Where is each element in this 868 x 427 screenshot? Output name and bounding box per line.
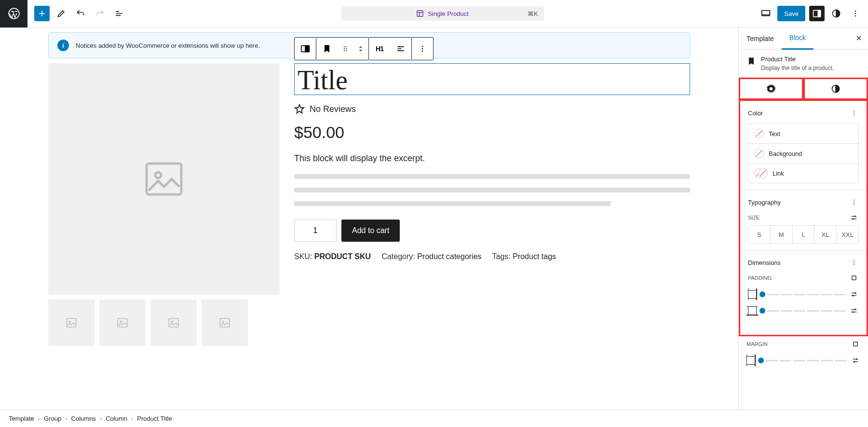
product-thumbnail[interactable]	[99, 300, 146, 346]
margin-slider[interactable]	[746, 356, 860, 365]
command-bar[interactable]: Single Product ⌘K	[341, 6, 544, 21]
breadcrumb-item[interactable]: Product Title	[137, 415, 172, 422]
panel-color-options[interactable]	[849, 108, 859, 118]
no-color-swatch-icon	[754, 149, 764, 158]
svg-point-31	[854, 110, 854, 111]
product-excerpt[interactable]: This block will display the excerpt.	[294, 153, 690, 164]
block-parent-button[interactable]	[295, 38, 316, 60]
view-button[interactable]	[758, 6, 773, 21]
size-m[interactable]: M	[770, 226, 792, 243]
dots-vertical-icon	[850, 109, 858, 117]
color-list: Text Background Link	[748, 124, 859, 183]
product-thumbnail[interactable]	[202, 300, 248, 346]
panel-typography-title: Typography	[748, 199, 781, 206]
svg-rect-9	[147, 164, 181, 194]
tab-template[interactable]: Template	[739, 28, 782, 50]
size-l[interactable]: L	[792, 226, 814, 243]
padding-custom-button[interactable]	[849, 306, 859, 316]
move-up-down-button[interactable]	[353, 38, 368, 60]
product-title-block[interactable]: Title	[294, 63, 690, 95]
breadcrumb-item[interactable]: Columns	[71, 415, 96, 422]
svg-point-16	[171, 321, 173, 322]
chevron-right-icon: ›	[38, 415, 40, 422]
contrast-icon	[831, 9, 841, 18]
dots-vertical-icon	[418, 44, 427, 54]
add-block-button[interactable]	[34, 6, 50, 21]
heading-level-button[interactable]: H1	[369, 38, 390, 60]
svg-rect-4	[818, 10, 821, 16]
size-xl[interactable]: XL	[814, 226, 836, 243]
plus-icon	[37, 9, 47, 18]
wordpress-logo[interactable]	[0, 0, 27, 28]
product-price[interactable]: $50.00	[294, 123, 690, 142]
skeleton-line	[294, 174, 690, 179]
sliders-icon	[850, 307, 858, 315]
breadcrumb-item[interactable]: Template	[9, 415, 34, 422]
image-placeholder-icon	[116, 317, 129, 329]
redo-button[interactable]	[92, 6, 108, 21]
image-placeholder-icon	[218, 317, 231, 329]
breadcrumb-item[interactable]: Group	[44, 415, 61, 422]
topbar-right-tools: Save	[758, 6, 868, 21]
size-xxl[interactable]: XXL	[836, 226, 858, 243]
block-type-button[interactable]	[316, 38, 338, 60]
margin-custom-button[interactable]	[851, 356, 860, 365]
size-s[interactable]: S	[748, 226, 770, 243]
editor-canvas-wrap: i Notices added by WooCommerce or extens…	[0, 28, 738, 410]
product-thumbnail[interactable]	[150, 300, 197, 346]
color-link-row[interactable]: Link	[748, 164, 858, 183]
breadcrumb-item[interactable]: Column	[106, 415, 127, 422]
svg-point-27	[422, 46, 423, 47]
padding-horizontal-slider[interactable]	[748, 289, 859, 299]
add-to-cart-row: Add to cart	[294, 220, 690, 242]
panel-dimensions-options[interactable]	[849, 258, 859, 267]
svg-point-28	[422, 48, 423, 50]
drag-icon	[341, 45, 349, 53]
drag-handle[interactable]	[338, 38, 353, 60]
svg-rect-47	[854, 342, 857, 346]
bookmark-icon	[322, 44, 332, 54]
quantity-input[interactable]	[294, 220, 337, 242]
horizontal-sides-icon	[746, 356, 755, 365]
svg-point-39	[854, 260, 854, 261]
product-thumbnail[interactable]	[48, 300, 95, 346]
product-main-image[interactable]	[48, 63, 280, 295]
skeleton-line	[294, 201, 611, 206]
align-button[interactable]	[390, 38, 411, 60]
inspector-tab-styles[interactable]	[803, 78, 868, 100]
padding-custom-button[interactable]	[849, 289, 859, 299]
close-icon	[855, 34, 863, 42]
add-to-cart-button[interactable]: Add to cart	[341, 220, 400, 242]
save-button[interactable]: Save	[777, 6, 805, 21]
padding-vertical-slider[interactable]	[748, 306, 859, 316]
settings-sidebar-toggle[interactable]	[809, 6, 825, 21]
svg-point-33	[854, 114, 854, 115]
close-sidebar-button[interactable]	[853, 32, 865, 45]
svg-point-22	[346, 46, 347, 47]
svg-point-38	[853, 219, 854, 220]
svg-point-23	[344, 48, 345, 49]
product-reviews[interactable]: No Reviews	[294, 104, 690, 114]
horizontal-sides-icon	[748, 290, 757, 299]
chevron-right-icon: ›	[65, 415, 67, 422]
undo-button[interactable]	[73, 6, 88, 21]
padding-unlink-button[interactable]	[849, 273, 859, 283]
dots-vertical-icon	[850, 259, 858, 266]
product-details: H1 Title No Reviews $50.00 This block wi…	[294, 63, 690, 346]
topbar-left-tools	[27, 6, 127, 21]
unlink-sides-icon	[852, 340, 859, 348]
margin-unlink-button[interactable]	[851, 339, 860, 349]
color-background-row[interactable]: Background	[748, 144, 858, 164]
color-text-row[interactable]: Text	[748, 124, 858, 144]
size-custom-button[interactable]	[849, 213, 859, 222]
tab-block[interactable]: Block	[782, 28, 814, 50]
product-meta: SKU: PRODUCT SKU Category: Product categ…	[294, 252, 690, 261]
block-options-button[interactable]	[412, 38, 433, 60]
more-options-button[interactable]	[848, 6, 863, 21]
styles-button[interactable]	[828, 6, 844, 21]
list-view-button[interactable]	[111, 6, 127, 21]
svg-point-40	[854, 262, 854, 263]
inspector-tab-settings[interactable]	[739, 78, 803, 100]
panel-typography-options[interactable]	[849, 197, 859, 207]
tools-button[interactable]	[54, 6, 69, 21]
